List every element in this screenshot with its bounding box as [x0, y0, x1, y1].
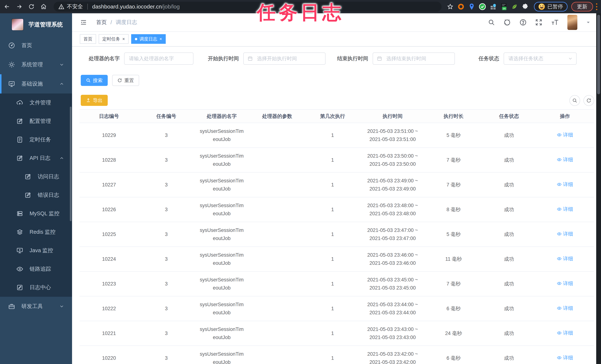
end-time-input[interactable]	[373, 52, 455, 65]
cell-handler-name: sysUserSessionTimeoutJob	[194, 172, 250, 197]
sidebar-item-java-monitor[interactable]: Java 监控	[0, 241, 72, 260]
github-icon[interactable]	[503, 19, 511, 26]
extension-pin-icon[interactable]	[466, 3, 477, 10]
cell-status: 成功	[482, 172, 536, 197]
begin-time-input[interactable]	[243, 52, 326, 65]
sidebar-item-trace[interactable]: 链路追踪	[0, 260, 72, 278]
cell-job-id: 3	[139, 197, 194, 222]
forward-icon[interactable]	[14, 1, 24, 12]
reset-button[interactable]: 重置	[112, 75, 139, 86]
extension-leaf-icon[interactable]	[509, 3, 520, 10]
detail-link[interactable]: 详细	[557, 279, 573, 287]
home-icon[interactable]	[39, 1, 49, 12]
browser-menu-icon[interactable]	[596, 3, 597, 10]
security-warning-icon[interactable]	[58, 4, 64, 10]
profile-paused-badge[interactable]: 已暂停	[534, 2, 568, 11]
sidebar-logo[interactable]: 芋道管理系统	[0, 13, 72, 36]
column-header-status: 任务状态	[482, 110, 536, 123]
sidebar-item-redis-monitor[interactable]: Redis 监控	[0, 223, 72, 241]
detail-link[interactable]: 详细	[557, 131, 573, 139]
eye-icon	[557, 232, 562, 236]
cell-handler-param	[250, 148, 305, 172]
tab-label: 调度日志	[140, 36, 157, 42]
cell-duration: 7 毫秒	[425, 148, 482, 172]
server-icon	[16, 210, 23, 217]
sidebar-item-file-management[interactable]: 文件管理	[0, 93, 72, 112]
bookmark-star-icon[interactable]	[445, 3, 456, 10]
search-button[interactable]: 搜索	[81, 75, 108, 86]
extensions-puzzle-icon[interactable]	[520, 3, 531, 10]
log-edit-icon	[16, 284, 23, 291]
sidebar-item-api-log[interactable]: API 日志	[0, 149, 72, 167]
sidebar-collapse-icon[interactable]	[80, 19, 87, 26]
cell-log-id: 10223	[80, 272, 139, 296]
sidebar-scrollbar-thumb[interactable]	[70, 107, 71, 221]
page-scrollbar-thumb[interactable]	[597, 15, 600, 94]
fullscreen-icon[interactable]	[535, 19, 542, 26]
avatar[interactable]	[567, 15, 577, 30]
detail-link[interactable]: 详细	[557, 354, 573, 362]
svg-text:on: on	[503, 7, 506, 10]
sidebar-item-label: 错误日志	[38, 192, 59, 199]
sidebar-item-label: MySQL 监控	[30, 210, 60, 217]
page-header: 首页 / 调度日志	[72, 13, 601, 32]
cell-duration: 11 毫秒	[425, 247, 482, 272]
close-icon[interactable]: ×	[160, 37, 162, 41]
tab-scheduled-tasks[interactable]: 定时任务×	[99, 34, 129, 44]
sidebar-item-mysql-monitor[interactable]: MySQL 监控	[0, 204, 72, 223]
detail-link[interactable]: 详细	[557, 156, 573, 164]
reload-icon[interactable]	[26, 1, 37, 12]
handler-name-input[interactable]	[124, 52, 193, 65]
export-button[interactable]: 导出	[81, 95, 108, 106]
sidebar-item-system-management[interactable]: 系统管理	[0, 55, 72, 74]
cell-status: 成功	[482, 321, 536, 346]
tab-home[interactable]: 首页	[80, 34, 96, 44]
detail-link[interactable]: 详细	[557, 304, 573, 312]
sidebar-item-dev-tools[interactable]: 研发工具	[0, 297, 72, 316]
sidebar-item-log-center[interactable]: 日志中心	[0, 278, 72, 297]
page-scrollbar[interactable]	[596, 13, 601, 364]
sidebar: 芋道管理系统 首页系统管理基础设施文件管理配置管理定时任务API 日志访问日志错…	[0, 13, 72, 364]
tab-job-log[interactable]: 调度日志×	[131, 34, 166, 44]
cell-status: 成功	[482, 296, 536, 321]
extension-on-badge-icon[interactable]: on	[499, 3, 509, 11]
chevron-down-icon[interactable]	[586, 20, 591, 25]
profile-emoji-icon	[539, 3, 545, 10]
back-icon[interactable]	[2, 1, 12, 12]
cell-handler-param	[250, 123, 305, 148]
extension-grid-icon[interactable]	[488, 3, 499, 10]
help-icon[interactable]	[519, 19, 527, 26]
detail-link[interactable]: 详细	[557, 180, 573, 189]
detail-link[interactable]: 详细	[557, 205, 573, 213]
sidebar-item-infrastructure[interactable]: 基础设施	[0, 74, 72, 93]
sidebar-item-access-log[interactable]: 访问日志	[0, 167, 72, 186]
sidebar-item-label: 首页	[21, 42, 32, 49]
header-search-icon[interactable]	[488, 19, 495, 26]
extension-green-check-icon[interactable]	[477, 3, 488, 10]
cell-exec-index: 1	[305, 296, 360, 321]
eye-icon	[557, 207, 562, 212]
detail-link[interactable]: 详细	[557, 329, 573, 337]
close-icon[interactable]: ×	[122, 37, 125, 41]
font-size-icon[interactable]	[551, 19, 559, 26]
sidebar-item-home[interactable]: 首页	[0, 36, 72, 55]
sidebar-item-scheduled-tasks[interactable]: 定时任务	[0, 131, 72, 149]
browser-update-button[interactable]: 更新	[571, 2, 593, 11]
address-bar[interactable]: 不安全 dashboard.yudao.iocoder.cn/job/log	[54, 2, 441, 12]
sidebar-item-config-management[interactable]: 配置管理	[0, 112, 72, 131]
column-header-handler-param: 处理器的参数	[250, 110, 305, 123]
column-header-actions: 操作	[536, 110, 594, 123]
detail-link[interactable]: 详细	[557, 255, 573, 263]
table-row: 102283sysUserSessionTimeoutJob12021-05-0…	[80, 148, 594, 172]
toggle-search-button[interactable]	[569, 95, 580, 106]
cell-job-id: 3	[139, 123, 194, 148]
job-status-input[interactable]	[504, 52, 577, 65]
detail-link[interactable]: 详细	[557, 230, 573, 238]
sidebar-item-error-log[interactable]: 错误日志	[0, 186, 72, 204]
cell-exec-index: 1	[305, 197, 360, 222]
cell-log-id: 10226	[80, 197, 139, 222]
breadcrumb-home[interactable]: 首页	[96, 19, 107, 26]
extension-orange-ring-icon[interactable]	[456, 3, 466, 10]
refresh-table-button[interactable]	[583, 95, 594, 106]
browser-toolbar: 不安全 dashboard.yudao.iocoder.cn/job/log o…	[0, 0, 601, 13]
